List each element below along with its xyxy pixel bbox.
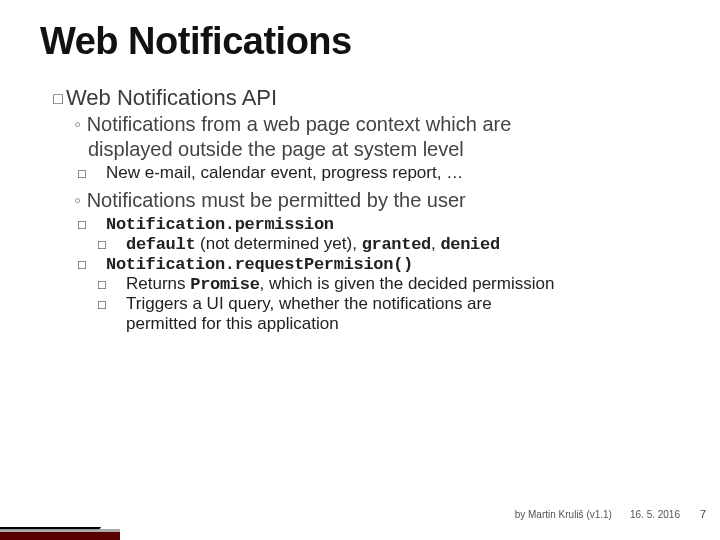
point-context-line2: displayed outside the page at system lev… bbox=[74, 138, 680, 161]
code: Notification.permission bbox=[106, 215, 334, 234]
heading-rest: Notifications API bbox=[111, 85, 277, 110]
corner-decoration bbox=[0, 500, 120, 540]
footer-date: 16. 5. 2016 bbox=[630, 509, 680, 520]
api-request-permission: □Notification.requestPermision() bbox=[92, 254, 680, 274]
permission-values: □default (not determined yet), granted, … bbox=[112, 234, 680, 254]
slide: Web Notifications □Web Notifications API… bbox=[0, 0, 720, 540]
square-bullet-icon: □ bbox=[92, 257, 106, 272]
text: permitted for this application bbox=[126, 314, 339, 333]
text: Notifications from a web page context wh… bbox=[87, 113, 512, 135]
ring-bullet-icon: ◦ bbox=[74, 189, 87, 211]
code-granted: granted bbox=[362, 235, 431, 254]
square-bullet-icon: □ bbox=[112, 297, 126, 312]
square-bullet-icon: □ bbox=[112, 237, 126, 252]
text: Returns bbox=[126, 274, 190, 293]
heading-api: □Web Notifications API bbox=[50, 85, 680, 111]
point-context: ◦ Notifications from a web page context … bbox=[74, 113, 680, 136]
page-number: 7 bbox=[700, 508, 706, 520]
example-notifications: □New e-mail, calendar event, progress re… bbox=[92, 163, 680, 183]
code-promise: Promise bbox=[190, 275, 259, 294]
code-default: default bbox=[126, 235, 195, 254]
api-permission-prop: □Notification.permission bbox=[92, 214, 680, 234]
square-bullet-icon: □ bbox=[112, 277, 126, 292]
slide-title: Web Notifications bbox=[40, 20, 680, 63]
text: Triggers a UI query, whether the notific… bbox=[126, 294, 492, 313]
point-permission: ◦ Notifications must be permitted by the… bbox=[74, 189, 680, 212]
text: displayed outside the page at system lev… bbox=[88, 138, 464, 160]
code-denied: denied bbox=[440, 235, 499, 254]
text: New e-mail, calendar event, progress rep… bbox=[106, 163, 463, 182]
returns-promise: □Returns Promise, which is given the dec… bbox=[112, 274, 680, 294]
text: (not determined yet), bbox=[195, 234, 361, 253]
text: , which is given the decided permission bbox=[260, 274, 555, 293]
triggers-ui: □Triggers a UI query, whether the notifi… bbox=[112, 294, 680, 314]
code: Notification.requestPermision() bbox=[106, 255, 413, 274]
ring-bullet-icon: ◦ bbox=[74, 113, 87, 135]
heading-prefix: Web bbox=[66, 85, 111, 110]
text: , bbox=[431, 234, 440, 253]
footer-author: by Martin Kruliš (v1.1) bbox=[515, 509, 612, 520]
triggers-ui-line2: permitted for this application bbox=[112, 314, 680, 334]
footer: by Martin Kruliš (v1.1) 16. 5. 2016 bbox=[515, 509, 680, 520]
text: Notifications must be permitted by the u… bbox=[87, 189, 466, 211]
square-bullet-icon: □ bbox=[92, 166, 106, 181]
square-bullet-icon: □ bbox=[92, 217, 106, 232]
square-bullet-icon: □ bbox=[50, 90, 66, 108]
